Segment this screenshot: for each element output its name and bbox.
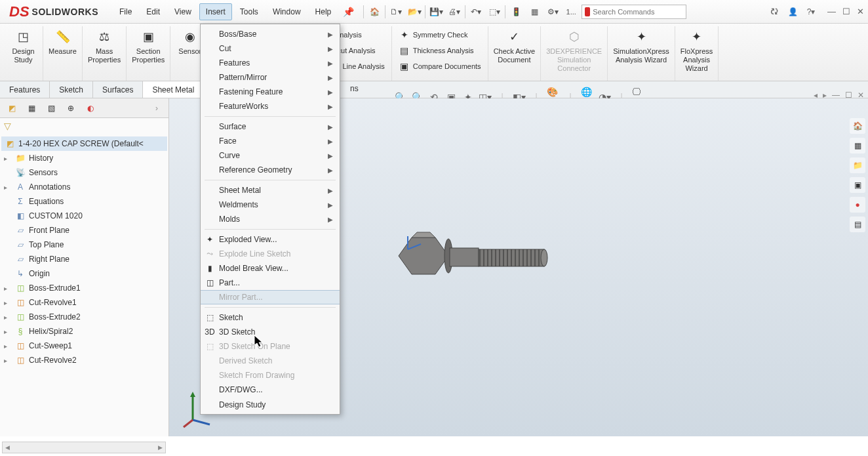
tree-item-equations[interactable]: ΣEquations — [1, 194, 167, 209]
ribbon-design[interactable]: ◳DesignStudy — [4, 26, 43, 81]
menu-item-sheet-metal[interactable]: Sheet Metal▶ — [201, 183, 340, 197]
menu-item-features[interactable]: Features▶ — [201, 56, 340, 70]
select-icon[interactable]: ⬚▾ — [486, 4, 502, 20]
menu-view[interactable]: View — [168, 3, 198, 20]
notify-icon[interactable]: 🗘 — [767, 5, 781, 19]
menu-insert[interactable]: Insert — [199, 3, 232, 20]
feature-icon: § — [14, 325, 26, 337]
tp-custom-icon[interactable]: ▤ — [850, 217, 865, 232]
menu-edit[interactable]: Edit — [140, 3, 167, 20]
tree-item-cut-revolve1[interactable]: ▸◫Cut-Revolve1 — [1, 295, 167, 310]
user-icon[interactable]: 👤 — [785, 5, 800, 19]
menu-window[interactable]: Window — [266, 3, 307, 20]
menu-item-model-break-view[interactable]: ▮Model Break View... — [201, 261, 340, 276]
ribbon-compare-documents[interactable]: ▣Compare Documents — [396, 59, 484, 73]
home-icon[interactable]: 🏠 — [366, 4, 382, 20]
tp-appearance-icon[interactable]: ● — [850, 197, 865, 213]
tab-surfaces[interactable]: Surfaces — [93, 81, 143, 98]
menu-help[interactable]: Help — [309, 3, 338, 20]
help-icon[interactable]: ?▾ — [804, 5, 818, 19]
tree-item-right-plane[interactable]: ▱Right Plane — [1, 252, 167, 266]
fm-config-tab-icon[interactable]: ▧ — [43, 100, 59, 116]
tree-item-cut-sweep1[interactable]: ▸◫Cut-Sweep1 — [1, 339, 167, 353]
menu-separator — [205, 229, 336, 230]
menu-item-pattern/mirror[interactable]: Pattern/Mirror▶ — [201, 70, 340, 85]
tab-sheet-metal[interactable]: Sheet Metal — [143, 81, 204, 98]
logo-swoosh-icon: DS — [9, 3, 30, 20]
menu-item-featureworks[interactable]: FeatureWorks▶ — [201, 99, 340, 114]
tree-item-sensors[interactable]: 📡Sensors — [1, 165, 167, 180]
ribbon-check-active[interactable]: ✓Check ActiveDocument — [488, 26, 542, 81]
tp-resources-icon[interactable]: ▦ — [850, 138, 865, 154]
ribbon-measure[interactable]: 📏Measure — [43, 26, 83, 81]
tp-home-icon[interactable]: 🏠 — [850, 118, 865, 134]
tree-item-boss-extrude1[interactable]: ▸◫Boss-Extrude1 — [1, 281, 167, 295]
ribbon-simulationxpress[interactable]: ✦SimulationXpressAnalysis Wizard — [608, 26, 675, 81]
command-search[interactable] — [582, 5, 686, 19]
fm-tree-tab-icon[interactable]: ◩ — [4, 100, 20, 116]
maximize-button[interactable]: ☐ — [842, 7, 850, 16]
menu-item-sketch[interactable]: ⬚Sketch — [201, 310, 340, 325]
menu-item-dxf/dwg[interactable]: DXF/DWG... — [201, 383, 340, 397]
ribbon-section[interactable]: ▣SectionProperties — [127, 26, 170, 81]
ribbon-floxpress[interactable]: ✦FloXpressAnalysisWizard — [675, 26, 719, 81]
menu-item-exploded-view[interactable]: ✦Exploded View... — [201, 232, 340, 247]
tree-filter[interactable]: ▽ — [0, 118, 168, 134]
options-form-icon[interactable]: ▦ — [526, 4, 542, 20]
new-icon[interactable]: 🗋▾ — [388, 4, 404, 20]
menu-item-reference-geometry[interactable]: Reference Geometry▶ — [201, 163, 340, 177]
tab-sketch[interactable]: Sketch — [50, 81, 93, 98]
tree-item-custom-1020[interactable]: ◧CUSTOM 1020 — [1, 209, 167, 223]
print-icon[interactable]: 🖨▾ — [446, 4, 462, 20]
tp-view-icon[interactable]: ▣ — [850, 177, 865, 193]
tree-item-cut-revolve2[interactable]: ▸◫Cut-Revolve2 — [1, 353, 167, 367]
tree-item-origin[interactable]: ↳Origin — [1, 266, 167, 281]
menu-item-boss/base[interactable]: Boss/Base▶ — [201, 27, 340, 41]
tree-item-front-plane[interactable]: ▱Front Plane — [1, 223, 167, 238]
rebuild-icon[interactable]: 🚦 — [508, 4, 524, 20]
fm-dim-tab-icon[interactable]: ⊕ — [63, 100, 79, 116]
tree-root-item[interactable]: ◩1-4-20 HEX CAP SCREW (Default< — [1, 136, 167, 151]
menu-item-curve[interactable]: Curve▶ — [201, 148, 340, 163]
ribbon-mass[interactable]: ⚖MassProperties — [83, 26, 127, 81]
menu-item-cutoff: Design Study — [201, 397, 340, 411]
tree-item-top-plane[interactable]: ▱Top Plane — [1, 238, 167, 252]
tree-item-helix-spiral2[interactable]: ▸§Helix/Spiral2 — [1, 324, 167, 339]
menu-item-face[interactable]: Face▶ — [201, 134, 340, 148]
settings-icon[interactable]: ⚙▾ — [545, 4, 561, 20]
feature-icon: ◫ — [14, 340, 26, 352]
tp-library-icon[interactable]: 📁 — [850, 157, 865, 173]
tree-item-boss-extrude2[interactable]: ▸◫Boss-Extrude2 — [1, 310, 167, 324]
tree-horizontal-scrollbar[interactable] — [2, 442, 166, 453]
pin-icon[interactable]: 📌 — [343, 7, 354, 17]
ribbon-symmetry-check[interactable]: ✦Symmetry Check — [396, 28, 484, 42]
menu-item-surface[interactable]: Surface▶ — [201, 119, 340, 134]
minimize-button[interactable]: — — [827, 7, 836, 16]
undo-icon[interactable]: ↶▾ — [468, 4, 484, 20]
tree-item-annotations[interactable]: ▸AAnnotations — [1, 180, 167, 194]
menu-file[interactable]: File — [113, 3, 138, 20]
ribbon-thickness-analysis[interactable]: ▤Thickness Analysis — [396, 43, 484, 58]
feature-icon: ▱ — [14, 253, 26, 265]
menu-tools[interactable]: Tools — [233, 3, 265, 20]
svg-line-27 — [184, 420, 193, 427]
small-text[interactable]: 1... — [563, 4, 579, 20]
fm-expand-icon[interactable]: › — [149, 100, 165, 116]
menu-item-molds[interactable]: Molds▶ — [201, 212, 340, 226]
close-button[interactable]: ✕ — [857, 7, 864, 16]
tree-item-history[interactable]: ▸📁History — [1, 151, 167, 165]
menu-item-3d-sketch[interactable]: 3D3D Sketch — [201, 325, 340, 339]
feature-icon: ↳ — [14, 268, 26, 280]
menu-item-cut[interactable]: Cut▶ — [201, 41, 340, 56]
open-icon[interactable]: 📂▾ — [406, 4, 422, 20]
ribbon-3dexperience[interactable]: ⬡3DEXPERIENCESimulationConnector — [541, 26, 608, 81]
menu-item-icon: ◫ — [204, 277, 216, 289]
menu-item-fastening-feature[interactable]: Fastening Feature▶ — [201, 85, 340, 99]
menu-item-weldments[interactable]: Weldments▶ — [201, 197, 340, 212]
fm-display-tab-icon[interactable]: ◐ — [83, 100, 98, 116]
menu-item-part[interactable]: ◫Part... — [201, 276, 340, 290]
fm-property-tab-icon[interactable]: ▦ — [24, 100, 39, 116]
tab-features[interactable]: Features — [0, 81, 50, 98]
search-input[interactable] — [593, 8, 683, 16]
save-icon[interactable]: 💾▾ — [428, 4, 444, 20]
